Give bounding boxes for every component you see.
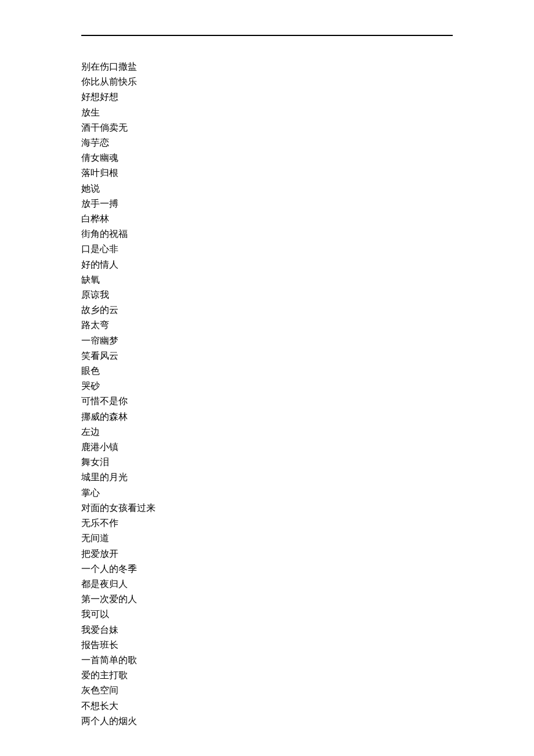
list-item: 灰色空间: [81, 683, 453, 698]
list-item: 把爱放开: [81, 546, 453, 561]
list-item: 一首简单的歌: [81, 653, 453, 668]
list-item: 原谅我: [81, 287, 453, 303]
list-item: 舞女泪: [81, 455, 453, 470]
list-item: 别在伤口撒盐: [81, 59, 453, 74]
list-item: 可惜不是你: [81, 394, 453, 409]
list-item: 第一次爱的人: [81, 592, 453, 607]
list-item: 好的情人: [81, 257, 453, 272]
list-item: 路太弯: [81, 318, 453, 333]
list-item: 都是夜归人: [81, 577, 453, 592]
list-item: 不想长大: [81, 699, 453, 714]
list-item: 我爱台妹: [81, 622, 453, 638]
song-list: 别在伤口撒盐你比从前快乐好想好想放生酒干倘卖无海芋恋倩女幽魂落叶归根她说放手一搏…: [81, 59, 453, 729]
list-item: 鹿港小镇: [81, 440, 453, 455]
list-item: 落叶归根: [81, 165, 453, 181]
list-item: 对面的女孩看过来: [81, 501, 453, 516]
list-item: 酒干倘卖无: [81, 120, 453, 135]
list-item: 海芋恋: [81, 135, 453, 150]
list-item: 我可以: [81, 607, 453, 622]
list-item: 缺氧: [81, 272, 453, 287]
list-item: 口是心非: [81, 242, 453, 257]
list-item: 一帘幽梦: [81, 333, 453, 348]
list-item: 挪威的森林: [81, 409, 453, 424]
list-item: 故乡的云: [81, 303, 453, 318]
document-page: 别在伤口撒盐你比从前快乐好想好想放生酒干倘卖无海芋恋倩女幽魂落叶归根她说放手一搏…: [0, 0, 534, 756]
list-item: 放生: [81, 105, 453, 120]
list-item: 哭砂: [81, 379, 453, 394]
list-item: 笑看风云: [81, 348, 453, 363]
list-item: 街角的祝福: [81, 226, 453, 242]
list-item: 掌心: [81, 485, 453, 501]
list-item: 爱的主打歌: [81, 668, 453, 683]
list-item: 无间道: [81, 531, 453, 546]
list-item: 眼色: [81, 363, 453, 379]
list-item: 放手一搏: [81, 196, 453, 211]
list-item: 你比从前快乐: [81, 74, 453, 89]
list-item: 好想好想: [81, 89, 453, 105]
list-item: 两个人的烟火: [81, 714, 453, 729]
horizontal-rule: [81, 35, 453, 36]
list-item: 她说: [81, 181, 453, 196]
list-item: 左边: [81, 424, 453, 440]
list-item: 一个人的冬季: [81, 561, 453, 577]
list-item: 倩女幽魂: [81, 150, 453, 165]
list-item: 白桦林: [81, 211, 453, 226]
list-item: 无乐不作: [81, 516, 453, 531]
list-item: 报告班长: [81, 638, 453, 653]
list-item: 城里的月光: [81, 470, 453, 485]
